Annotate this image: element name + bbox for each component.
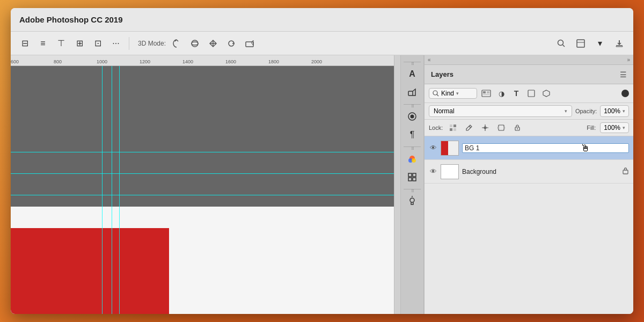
layer-name-input-bg1[interactable] xyxy=(462,143,629,153)
layers-panel-header: Layers ☰ xyxy=(425,65,633,84)
kind-filter-dropdown[interactable]: Kind ▾ xyxy=(429,88,477,99)
lock-all-btn[interactable] xyxy=(511,122,523,134)
layer-item-bg1[interactable]: 👁 🖱 xyxy=(425,136,633,160)
align-top-icon[interactable]: ⊤ xyxy=(54,36,69,51)
guide-v2[interactable] xyxy=(112,66,112,314)
opacity-dropdown[interactable]: 100% ▾ xyxy=(600,105,629,117)
type-tool-btn[interactable]: A xyxy=(404,65,421,83)
layer-eye-bg1[interactable]: 👁 xyxy=(429,144,437,152)
grid-tool-btn[interactable] xyxy=(404,169,421,186)
lock-transparent-btn[interactable] xyxy=(447,122,459,134)
collapse-left-arrow[interactable]: « xyxy=(428,57,431,63)
filter-type-btn[interactable]: T xyxy=(510,87,522,99)
svg-rect-26 xyxy=(528,90,535,97)
collapse-right-arrow[interactable]: » xyxy=(627,57,630,63)
lock-artboard-btn[interactable] xyxy=(495,122,507,134)
svg-point-0 xyxy=(192,40,198,47)
svg-rect-6 xyxy=(577,40,584,47)
search-icon[interactable] xyxy=(554,36,569,51)
guide-v3[interactable] xyxy=(119,66,120,314)
svg-rect-8 xyxy=(408,91,413,96)
blend-chevron: ▾ xyxy=(565,108,567,114)
svg-point-39 xyxy=(517,128,518,129)
svg-rect-40 xyxy=(623,170,628,174)
svg-rect-14 xyxy=(408,173,412,177)
toolbar-separator-1 xyxy=(129,37,129,50)
ruler-tick-800: 800 xyxy=(54,59,62,64)
svg-line-31 xyxy=(469,126,471,128)
blend-mode-row: Normal ▾ Opacity: 100% ▾ xyxy=(425,103,633,120)
3d-camera-icon[interactable] xyxy=(242,36,257,51)
svg-rect-25 xyxy=(483,94,489,95)
main-area: 600 800 1000 1200 1400 1600 1800 2000 xyxy=(11,55,633,314)
red-rectangle[interactable] xyxy=(11,228,169,314)
filter-pixel-btn[interactable] xyxy=(480,87,492,99)
svg-marker-3 xyxy=(252,40,253,45)
paragraph-tool-btn[interactable]: ¶ xyxy=(404,126,421,143)
layers-panel: « » Layers ☰ Kind ▾ xyxy=(424,55,633,314)
right-panels: ⠿ A ⠿ xyxy=(400,55,633,314)
ruler-tick-1600: 1600 xyxy=(225,59,236,64)
brush-tool-btn[interactable] xyxy=(404,108,421,125)
filter-shape-btn[interactable] xyxy=(525,87,537,99)
export-icon[interactable] xyxy=(612,36,627,51)
color-tool-btn[interactable] xyxy=(404,150,421,167)
blend-mode-dropdown[interactable]: Normal ▾ xyxy=(429,105,572,117)
align-left-icon[interactable]: ⊟ xyxy=(17,36,32,51)
align-center-icon[interactable]: ≡ xyxy=(35,36,50,51)
guide-h2[interactable] xyxy=(11,173,394,174)
distribute-icon[interactable]: ⊞ xyxy=(72,36,87,51)
svg-rect-28 xyxy=(453,125,456,127)
lock-label: Lock: xyxy=(429,125,443,131)
svg-line-21 xyxy=(437,94,438,96)
svg-point-10 xyxy=(411,115,414,119)
ruler-tick-2000: 2000 xyxy=(311,59,322,64)
canvas-area[interactable]: 600 800 1000 1200 1400 1600 1800 2000 xyxy=(11,55,394,314)
panel-menu-icon[interactable]: ☰ xyxy=(620,70,627,79)
more-icon[interactable]: ··· xyxy=(108,36,123,51)
svg-point-18 xyxy=(410,198,414,202)
svg-point-1 xyxy=(192,42,198,45)
fill-value-text: 100% xyxy=(604,124,620,131)
layer-list: 👁 🖱 👁 Background xyxy=(425,136,633,314)
canvas-scrollbar[interactable] xyxy=(394,55,400,314)
lock-position-btn[interactable] xyxy=(479,122,491,134)
svg-rect-36 xyxy=(497,127,499,129)
svg-rect-35 xyxy=(499,125,504,130)
fill-dropdown[interactable]: 100% ▾ xyxy=(600,122,629,133)
app-window: Adobe Photoshop CC 2019 ⊟ ≡ ⊤ ⊞ ⊡ ··· 3D… xyxy=(11,8,633,314)
tool-2-btn[interactable] xyxy=(404,84,421,101)
3d-rotate2-icon[interactable] xyxy=(224,36,239,51)
arrange-icon[interactable] xyxy=(573,36,588,51)
grip-top: ⠿ xyxy=(404,62,421,62)
toolbar: ⊟ ≡ ⊤ ⊞ ⊡ ··· 3D Mode: xyxy=(11,32,633,55)
svg-point-4 xyxy=(558,40,564,45)
grip-mid1: ⠿ xyxy=(404,104,421,105)
svg-line-5 xyxy=(563,45,565,47)
light-tool-btn[interactable] xyxy=(404,193,421,210)
layer-eye-background[interactable]: 👁 xyxy=(429,167,437,175)
svg-rect-27 xyxy=(450,125,452,127)
fill-label: Fill: xyxy=(587,125,596,131)
layer-item-background[interactable]: 👁 Background xyxy=(425,160,633,184)
3d-pan-icon[interactable] xyxy=(206,36,221,51)
guide-h1[interactable] xyxy=(11,152,394,152)
guide-h3[interactable] xyxy=(11,195,394,195)
filter-smart-btn[interactable] xyxy=(540,87,552,99)
3d-orbit-icon[interactable] xyxy=(187,36,202,51)
opacity-value-text: 100% xyxy=(604,107,620,115)
layer-name-background: Background xyxy=(462,168,619,175)
tool-sidebar: ⠿ A ⠿ xyxy=(400,55,424,314)
3d-rotate-icon[interactable] xyxy=(169,36,184,51)
distribute-v-icon[interactable]: ⊡ xyxy=(90,36,105,51)
kind-label: Kind xyxy=(441,90,454,97)
canvas-content[interactable] xyxy=(11,66,394,314)
grip-mid3: ⠿ xyxy=(404,189,421,189)
toolbar-right: ▾ xyxy=(554,36,627,51)
filter-adjust-btn[interactable]: ◑ xyxy=(495,87,507,99)
chevron-down-icon[interactable]: ▾ xyxy=(592,36,608,51)
lock-paint-btn[interactable] xyxy=(463,122,475,134)
layers-panel-title: Layers xyxy=(431,70,453,78)
guide-v1[interactable] xyxy=(102,66,103,314)
svg-rect-17 xyxy=(413,178,416,181)
